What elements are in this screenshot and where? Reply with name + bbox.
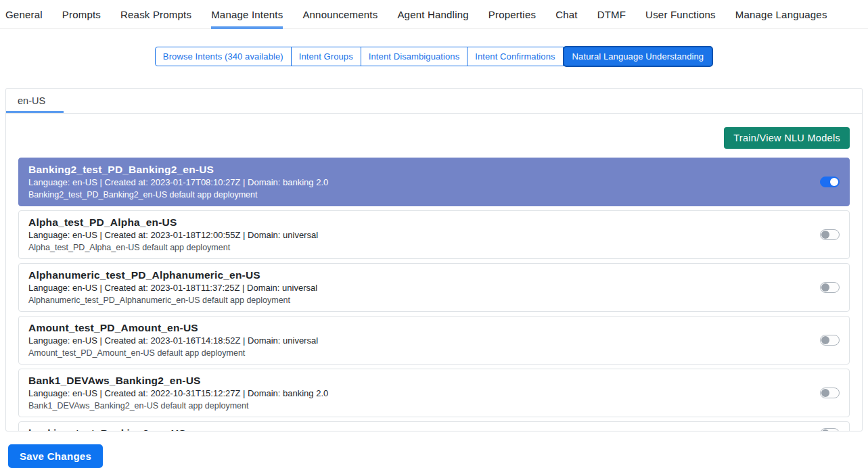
nlu-model-row[interactable]: Bank1_DEVAws_Banking2_en-US Language: en… — [18, 369, 850, 417]
toggle-knob — [821, 283, 829, 291]
model-text: Amount_test_PD_Amount_en-US Language: en… — [28, 321, 318, 359]
model-meta: Language: en-US | Created at: 2023-01-16… — [28, 335, 318, 347]
settings-top-nav: GeneralPromptsReask PromptsManage Intent… — [0, 0, 868, 29]
model-enabled-toggle[interactable] — [820, 335, 840, 346]
model-deployment: Alphanumeric_test_PD_Alphanumeric_en-US … — [28, 294, 317, 306]
top-nav-item-announcements[interactable]: Announcements — [302, 9, 378, 29]
model-name: Alpha_test_PD_Alpha_en-US — [28, 216, 318, 229]
top-nav-item-user-functions[interactable]: User Functions — [645, 9, 716, 29]
model-enabled-toggle[interactable] — [820, 388, 840, 398]
model-meta: Language: en-US | Created at: 2023-01-18… — [28, 229, 318, 241]
model-text: banking_test_Banking2_en-US — [28, 427, 186, 431]
model-enabled-toggle[interactable] — [820, 282, 840, 293]
subnav-button-intent-confirmations[interactable]: Intent Confirmations — [467, 47, 563, 66]
top-nav-item-properties[interactable]: Properties — [488, 9, 536, 29]
top-nav-item-manage-intents[interactable]: Manage Intents — [211, 9, 283, 29]
nlu-model-row[interactable]: banking_test_Banking2_en-US — [18, 421, 850, 431]
footer: Save Changes — [8, 444, 868, 468]
tab-en-us[interactable]: en-US — [6, 89, 64, 113]
model-enabled-toggle[interactable] — [820, 229, 840, 240]
train-view-nlu-models-button[interactable]: Train/View NLU Models — [724, 127, 850, 149]
model-enabled-toggle[interactable] — [820, 177, 840, 187]
model-deployment: Alpha_test_PD_Alpha_en-US default app de… — [28, 241, 318, 254]
train-button-row: Train/View NLU Models — [18, 127, 850, 149]
top-nav-item-chat[interactable]: Chat — [555, 9, 578, 29]
model-deployment: Banking2_test_PD_Banking2_en-US default … — [28, 189, 328, 201]
subnav-button-intent-disambiguations[interactable]: Intent Disambiguations — [361, 47, 467, 66]
nlu-models-panel: en-US Train/View NLU Models Banking2_tes… — [5, 88, 863, 431]
nlu-model-list: Banking2_test_PD_Banking2_en-US Language… — [18, 158, 850, 431]
top-nav-item-agent-handling[interactable]: Agent Handling — [397, 9, 468, 29]
model-name: Amount_test_PD_Amount_en-US — [28, 321, 318, 334]
nlu-model-row[interactable]: Amount_test_PD_Amount_en-US Language: en… — [18, 316, 850, 365]
nlu-model-row[interactable]: Alpha_test_PD_Alpha_en-US Language: en-U… — [18, 210, 850, 259]
model-meta: Language: en-US | Created at: 2023-01-18… — [28, 282, 317, 294]
nlu-model-row[interactable]: Alphanumeric_test_PD_Alphanumeric_en-US … — [18, 263, 850, 312]
intents-subnav: Browse Intents (340 available)Intent Gro… — [0, 46, 868, 67]
panel-body: Train/View NLU Models Banking2_test_PD_B… — [6, 114, 862, 431]
top-nav-item-prompts[interactable]: Prompts — [62, 9, 101, 29]
subnav-button-browse-intents-340-available-[interactable]: Browse Intents (340 available) — [155, 47, 292, 66]
toggle-knob — [821, 336, 829, 344]
model-name: banking_test_Banking2_en-US — [28, 427, 186, 431]
model-deployment: Bank1_DEVAws_Banking2_en-US default app … — [28, 400, 328, 412]
toggle-knob — [821, 389, 829, 397]
subnav-button-natural-language-understanding[interactable]: Natural Language Understanding — [563, 46, 714, 67]
top-nav-item-dtmf[interactable]: DTMF — [597, 9, 626, 29]
model-text: Alphanumeric_test_PD_Alphanumeric_en-US … — [28, 268, 317, 306]
language-tabstrip: en-US — [6, 89, 862, 114]
nlu-model-row[interactable]: Banking2_test_PD_Banking2_en-US Language… — [18, 158, 850, 206]
top-nav-item-manage-languages[interactable]: Manage Languages — [735, 9, 827, 29]
top-nav-item-general[interactable]: General — [5, 9, 43, 29]
model-meta: Language: en-US | Created at: 2023-01-17… — [28, 177, 328, 189]
model-text: Bank1_DEVAws_Banking2_en-US Language: en… — [28, 374, 328, 412]
toggle-knob — [830, 178, 838, 186]
model-deployment: Amount_test_PD_Amount_en-US default app … — [28, 347, 318, 359]
subnav-button-intent-groups[interactable]: Intent Groups — [291, 47, 361, 66]
save-changes-button[interactable]: Save Changes — [8, 444, 103, 468]
model-name: Alphanumeric_test_PD_Alphanumeric_en-US — [28, 268, 317, 281]
toggle-knob — [821, 231, 829, 239]
model-text: Alpha_test_PD_Alpha_en-US Language: en-U… — [28, 216, 318, 254]
model-text: Banking2_test_PD_Banking2_en-US Language… — [28, 163, 328, 201]
top-nav-item-reask-prompts[interactable]: Reask Prompts — [120, 9, 191, 29]
model-enabled-toggle[interactable] — [820, 428, 840, 431]
model-meta: Language: en-US | Created at: 2022-10-31… — [28, 388, 328, 400]
model-name: Bank1_DEVAws_Banking2_en-US — [28, 374, 328, 387]
model-name: Banking2_test_PD_Banking2_en-US — [28, 163, 328, 176]
toggle-knob — [821, 429, 829, 431]
